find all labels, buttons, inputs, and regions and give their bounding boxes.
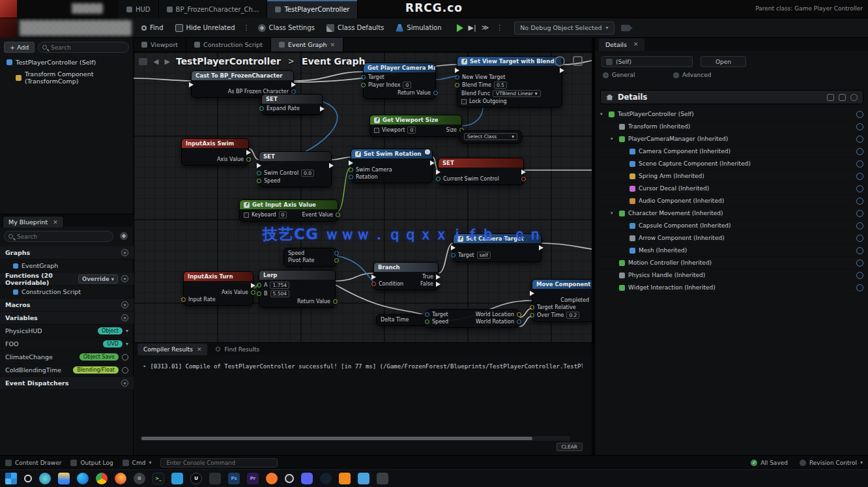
caret-icon[interactable]: ▾ xyxy=(600,111,605,117)
checkbox[interactable] xyxy=(374,128,379,133)
graph-snap-icon[interactable] xyxy=(573,56,583,66)
terminal-icon[interactable]: >_ xyxy=(152,473,164,484)
node-row[interactable]: Swim Camera xyxy=(351,166,432,173)
visibility-toggle[interactable] xyxy=(856,247,863,254)
tab-compiler-results[interactable]: Compiler Results✕ xyxy=(137,344,207,355)
my-blueprint-search[interactable] xyxy=(4,231,113,242)
node-row[interactable]: Swim Control0.0 xyxy=(259,169,331,177)
filter-icon[interactable] xyxy=(839,94,846,101)
tree-row[interactable]: Scene Capture Component (Inherited) xyxy=(600,158,863,170)
add-component-button[interactable]: + Add xyxy=(4,42,35,53)
tree-row[interactable]: Spring Arm (Inherited) xyxy=(600,170,863,183)
int-pin[interactable] xyxy=(361,83,366,87)
node-set-current-swim-control[interactable]: SET Current Swim Control xyxy=(438,158,524,185)
float-pin[interactable] xyxy=(246,157,251,162)
chevron-down-icon[interactable]: ▾ xyxy=(126,328,128,334)
filter-advanced[interactable]: Advanced xyxy=(673,72,711,78)
float-pin[interactable] xyxy=(334,258,339,263)
exec-out-pin[interactable] xyxy=(521,170,526,175)
target-pin[interactable] xyxy=(425,312,429,317)
node-row[interactable]: Keyboard0Event Value xyxy=(240,211,338,219)
close-icon[interactable]: ✕ xyxy=(633,41,639,48)
condition-pin[interactable] xyxy=(371,282,376,286)
float-pin[interactable] xyxy=(334,251,339,256)
debug-object-dropdown[interactable]: No Debug Object Selected▾ xyxy=(514,22,614,35)
tree-row[interactable]: Arrow Component (Inherited) xyxy=(600,232,863,244)
vlc-icon[interactable] xyxy=(339,473,351,484)
visibility-toggle[interactable] xyxy=(856,259,863,267)
class-settings-button[interactable]: Class Settings xyxy=(252,18,321,38)
node-row[interactable] xyxy=(184,282,253,289)
node-set-expand-rate[interactable]: SET Expand Rate xyxy=(261,94,323,115)
add-variable-button[interactable]: ＋ xyxy=(121,314,128,321)
graph-menu-icon[interactable] xyxy=(139,58,147,65)
exec-in-pin[interactable] xyxy=(455,68,459,73)
node-get-player-camera-manager[interactable]: Get Player Camera Manager Target Player … xyxy=(363,63,436,99)
float-pin[interactable] xyxy=(425,319,429,324)
epic-launcher-icon[interactable] xyxy=(209,473,221,484)
tree-row[interactable]: Motion Controller (Inherited) xyxy=(600,257,863,269)
visibility-toggle[interactable] xyxy=(856,173,863,180)
console-command-field[interactable] xyxy=(160,458,278,467)
float-pin[interactable] xyxy=(455,83,459,87)
tree-row[interactable]: Mesh (Inherited) xyxy=(600,244,863,257)
visibility-toggle[interactable] xyxy=(856,148,863,155)
node-row[interactable]: ConditionFalse xyxy=(374,280,438,288)
node-row[interactable]: Input Rate xyxy=(184,296,253,303)
class-select-dropdown[interactable]: Select Class▾ xyxy=(464,133,517,140)
float-pin[interactable] xyxy=(181,297,186,302)
forward-arrow-icon[interactable]: ▶ xyxy=(164,57,169,66)
scrollbar-thumb[interactable] xyxy=(141,437,532,440)
blender-icon[interactable] xyxy=(266,473,278,484)
notepad-icon[interactable] xyxy=(358,473,369,484)
exec-in-pin[interactable] xyxy=(451,245,456,250)
close-icon[interactable]: ✕ xyxy=(197,346,202,353)
filter-general[interactable]: General xyxy=(603,72,635,78)
unreal-engine-icon[interactable]: U xyxy=(190,473,202,484)
value-pin[interactable] xyxy=(521,177,526,181)
node-row[interactable]: Target xyxy=(364,74,435,81)
override-dropdown[interactable]: Override ▾ xyxy=(78,274,118,284)
component-item-self[interactable]: TestPlayerController (Self) xyxy=(7,59,96,66)
calculator-icon[interactable] xyxy=(377,473,388,484)
blend-func-dropdown[interactable]: VTBlend Linear▾ xyxy=(493,90,541,97)
visibility-toggle[interactable] xyxy=(856,235,863,242)
visibility-toggle[interactable] xyxy=(856,272,863,279)
visibility-toggle[interactable] xyxy=(856,222,863,229)
vscode-icon[interactable] xyxy=(171,473,183,484)
node-row[interactable]: Delta Time xyxy=(377,316,433,323)
graph-state-icon[interactable] xyxy=(555,56,565,66)
visibility-toggle[interactable] xyxy=(856,210,863,217)
exec-out-pin[interactable] xyxy=(246,150,251,155)
variable-item[interactable]: ClimateChangeObject Save xyxy=(0,351,134,364)
node-row[interactable] xyxy=(532,290,592,297)
node-speed-pivot[interactable]: Speed Pivot Rate xyxy=(283,248,337,267)
tree-row[interactable]: ▾TestPlayerController (Self) xyxy=(600,108,863,121)
node-row[interactable]: Axis Value xyxy=(184,289,253,296)
discord-icon[interactable] xyxy=(301,473,313,484)
tree-row[interactable]: Capsule Component (Inherited) xyxy=(600,220,863,232)
target-pin[interactable] xyxy=(451,253,456,258)
add-macro-button[interactable]: ＋ xyxy=(121,301,128,308)
exec-in-pin[interactable] xyxy=(436,170,441,175)
frame-skip-button[interactable]: ▶| xyxy=(469,23,476,32)
component-item-transform[interactable]: Transform Component (TransformComp) xyxy=(16,70,133,85)
start-button[interactable] xyxy=(5,473,17,484)
node-branch[interactable]: Branch True ConditionFalse xyxy=(373,262,439,290)
console-command-input[interactable] xyxy=(165,459,273,467)
node-row[interactable]: Expand Rate xyxy=(262,105,322,112)
components-search-input[interactable] xyxy=(50,44,124,52)
content-drawer-button[interactable]: Content Drawer xyxy=(5,460,61,466)
node-get-viewport-size[interactable]: fGet Viewport Size Viewport0Size xyxy=(369,115,462,137)
node-row[interactable]: Targetself xyxy=(454,251,541,259)
node-row[interactable]: Return Value xyxy=(364,89,435,96)
compiler-log-area[interactable]: •[0313.01] Compile of TestPlayerControll… xyxy=(134,355,592,455)
edge-browser-icon[interactable] xyxy=(77,473,89,484)
tab-details[interactable]: Details✕ xyxy=(599,38,644,51)
float-pin[interactable] xyxy=(257,171,261,175)
node-inputaxis-turn[interactable]: InputAxis Turn Axis Value Input Rate xyxy=(183,271,253,306)
expand-icon[interactable] xyxy=(827,94,834,101)
fast-forward-button[interactable]: ≫ xyxy=(482,23,489,32)
exec-out-pin[interactable] xyxy=(430,160,435,166)
graphs-section-header[interactable]: Graphs＋ xyxy=(0,246,134,259)
